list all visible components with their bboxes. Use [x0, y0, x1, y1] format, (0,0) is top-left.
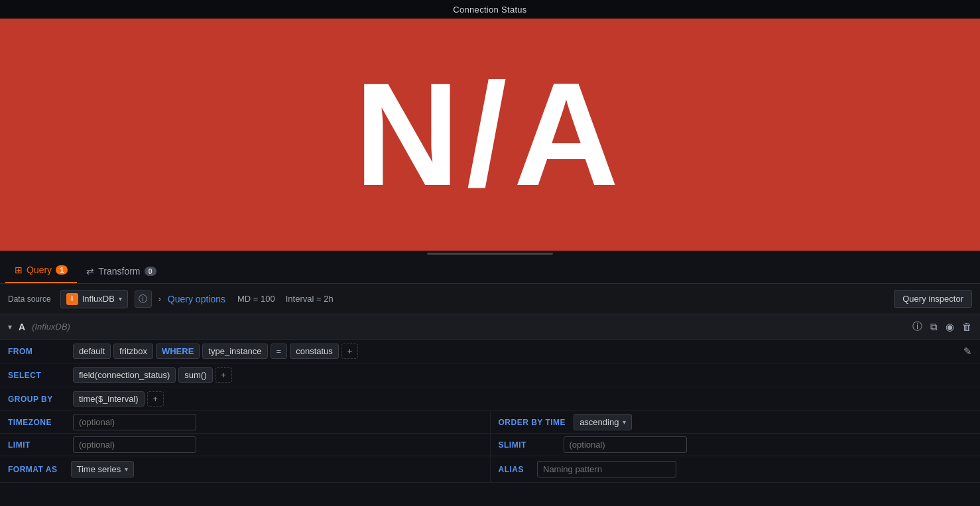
limit-content — [73, 434, 490, 456]
format-label: FORMAT AS — [8, 465, 66, 474]
from-row: FROM default fritzbox WHERE type_instanc… — [0, 340, 980, 363]
query-tab-badge: 1 — [56, 265, 68, 275]
timezone-label: TIMEZONE — [0, 418, 73, 427]
timezone-input[interactable] — [73, 414, 196, 430]
visualization-area: N/A — [0, 19, 980, 251]
select-content: field(connection_status) sum() + — [73, 365, 980, 385]
query-letter: A — [19, 322, 25, 332]
from-value-tag[interactable]: constatus — [290, 344, 339, 359]
datasource-label: Data source — [8, 294, 51, 304]
select-row: SELECT field(connection_status) sum() + — [0, 363, 980, 387]
query-options-label[interactable]: Query options — [168, 294, 225, 304]
from-db-tag[interactable]: default — [73, 344, 111, 359]
datasource-chevron-icon: ▾ — [119, 295, 122, 302]
transform-tab-icon: ⇄ — [86, 266, 94, 277]
query-help-icon[interactable]: ⓘ — [912, 320, 922, 333]
slimit-label: SLIMIT — [491, 440, 564, 450]
query-tab-label: Query — [27, 265, 52, 275]
orderby-chevron-icon: ▾ — [623, 418, 626, 426]
limit-label: LIMIT — [0, 440, 73, 450]
group-by-label: GROUP BY — [0, 395, 73, 404]
viz-na-text: N/A — [355, 62, 626, 208]
from-edit-icon[interactable]: ✎ — [963, 346, 972, 357]
transform-tab-label: Transform — [98, 266, 140, 277]
md-label: MD = 100 — [237, 294, 275, 304]
format-value: Time series — [77, 464, 121, 474]
tab-transform[interactable]: ⇄ Transform 0 — [77, 261, 165, 283]
query-meta: MD = 100 Interval = 2h — [232, 294, 887, 304]
query-row-header: ▾ A (InfluxDB) ⓘ ⧉ ◉ 🗑 — [0, 314, 980, 340]
query-options-arrow[interactable]: › — [158, 294, 161, 304]
query-delete-icon[interactable]: 🗑 — [962, 321, 972, 332]
from-label: FROM — [0, 347, 73, 356]
from-field-tag[interactable]: type_instance — [202, 344, 267, 359]
tab-bar: ⊞ Query 1 ⇄ Transform 0 — [0, 256, 980, 284]
interval-label: Interval = 2h — [286, 294, 334, 304]
orderby-label: ORDER BY TIME — [491, 418, 574, 427]
group-by-time-tag[interactable]: time($_interval) — [73, 391, 145, 407]
group-by-add-button[interactable]: + — [147, 391, 164, 407]
from-add-button[interactable]: + — [341, 344, 359, 359]
orderby-select[interactable]: ascending ▾ — [574, 414, 632, 430]
connection-status-title: Connection Status — [453, 5, 526, 15]
select-field-tag[interactable]: field(connection_status) — [73, 367, 176, 383]
query-toolbar: Data source I InfluxDB ▾ ⓘ › Query optio… — [0, 284, 980, 314]
query-builder: ▾ A (InfluxDB) ⓘ ⧉ ◉ 🗑 FROM default frit… — [0, 314, 980, 483]
timezone-half: TIMEZONE — [0, 411, 491, 433]
top-bar: Connection Status — [0, 0, 980, 19]
group-by-content: time($_interval) + — [73, 389, 980, 409]
format-alias-row: FORMAT AS Time series ▾ ALIAS — [0, 456, 980, 483]
slimit-input[interactable] — [564, 436, 687, 453]
slimit-content — [564, 434, 981, 456]
limit-input[interactable] — [73, 436, 196, 453]
query-row-toggle[interactable]: ▾ — [8, 322, 12, 332]
select-label: SELECT — [0, 371, 73, 380]
influxdb-icon: I — [66, 293, 78, 305]
format-select[interactable]: Time series ▾ — [71, 461, 135, 477]
query-tab-icon: ⊞ — [15, 265, 23, 275]
transform-tab-badge: 0 — [145, 267, 156, 276]
orderby-content: ascending ▾ — [574, 411, 980, 433]
query-copy-icon[interactable]: ⧉ — [930, 321, 938, 333]
select-add-button[interactable]: + — [215, 367, 233, 383]
format-chevron-icon: ▾ — [125, 466, 128, 473]
timezone-orderby-row: TIMEZONE ORDER BY TIME ascending ▾ — [0, 411, 980, 434]
datasource-select[interactable]: I InfluxDB ▾ — [60, 290, 128, 308]
scroll-hint-bar — [427, 253, 553, 255]
query-inspector-button[interactable]: Query inspector — [894, 290, 972, 308]
from-content: default fritzbox WHERE type_instance = c… — [73, 341, 963, 361]
format-section: FORMAT AS Time series ▾ — [0, 456, 491, 482]
orderby-value: ascending — [580, 417, 619, 427]
info-icon: ⓘ — [139, 293, 147, 305]
where-keyword-tag: WHERE — [156, 344, 200, 359]
orderby-half: ORDER BY TIME ascending ▾ — [491, 411, 981, 433]
datasource-info-button[interactable]: ⓘ — [135, 290, 152, 308]
slimit-half: SLIMIT — [491, 434, 981, 456]
from-measurement-tag[interactable]: fritzbox — [113, 344, 153, 359]
query-source-hint: (InfluxDB) — [32, 322, 70, 332]
limit-half: LIMIT — [0, 434, 491, 456]
group-by-row: GROUP BY time($_interval) + — [0, 387, 980, 411]
from-operator-tag[interactable]: = — [271, 344, 288, 359]
tab-query[interactable]: ⊞ Query 1 — [5, 259, 77, 283]
query-row-actions: ⓘ ⧉ ◉ 🗑 — [912, 320, 972, 333]
select-func-tag[interactable]: sum() — [178, 367, 212, 383]
alias-section: ALIAS — [491, 456, 981, 482]
alias-input[interactable] — [537, 461, 676, 477]
timezone-content — [73, 411, 490, 433]
scroll-hint — [0, 251, 980, 256]
alias-label: ALIAS — [499, 465, 532, 474]
datasource-name: InfluxDB — [82, 294, 115, 304]
limit-slimit-row: LIMIT SLIMIT — [0, 434, 980, 456]
query-visibility-icon[interactable]: ◉ — [946, 321, 954, 333]
